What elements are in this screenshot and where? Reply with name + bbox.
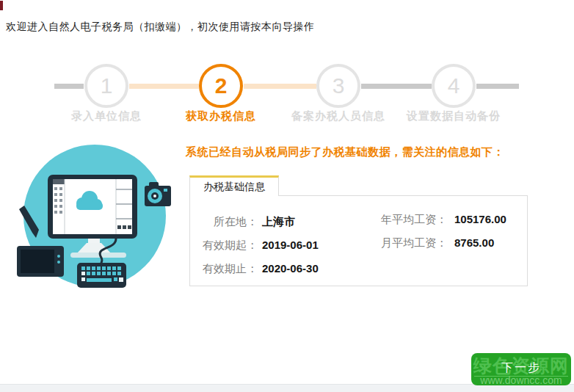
step-2-number: 2 bbox=[215, 73, 228, 98]
step-3-number: 3 bbox=[333, 73, 345, 98]
screenshot-artifact bbox=[0, 1, 3, 10]
tab-basic-tax-info[interactable]: 办税基础信息 bbox=[189, 175, 279, 196]
next-step-button-label: 下一步 bbox=[471, 360, 571, 376]
field-valid-from-value: 2019-06-01 bbox=[262, 239, 319, 251]
watermark-site-url: www.downcc.com bbox=[471, 374, 571, 385]
field-valid-from-label: 有效期起： bbox=[199, 239, 258, 253]
step-4-number: 4 bbox=[448, 73, 460, 98]
field-annual-avg-salary: 年平均工资： 105176.00 bbox=[377, 213, 506, 227]
step-2-label: 获取办税信息 bbox=[159, 109, 283, 123]
field-valid-to: 有效期止： 2020-06-30 bbox=[199, 262, 319, 276]
field-annual-avg-salary-value: 105176.00 bbox=[454, 213, 506, 225]
field-location-label: 所在地： bbox=[199, 215, 258, 229]
tab-label: 办税基础信息 bbox=[203, 181, 265, 194]
field-monthly-avg-salary-value: 8765.00 bbox=[454, 236, 494, 249]
field-monthly-avg-salary: 月平均工资： 8765.00 bbox=[377, 236, 494, 250]
stepper-line-1-2 bbox=[129, 84, 199, 89]
step-3-circle: 3 bbox=[316, 64, 360, 108]
step-4-label: 设置数据自动备份 bbox=[391, 109, 516, 123]
field-location: 所在地： 上海市 bbox=[199, 215, 295, 229]
step-2-circle: 2 bbox=[199, 64, 243, 108]
field-location-value: 上海市 bbox=[262, 215, 295, 229]
basic-tax-info-panel: 所在地： 上海市 有效期起： 2019-06-01 有效期止： 2020-06-… bbox=[189, 195, 528, 286]
stepper-line-2-3 bbox=[244, 84, 316, 89]
stepper-line-start bbox=[54, 84, 84, 89]
field-valid-to-label: 有效期止： bbox=[199, 262, 258, 276]
step-4-circle: 4 bbox=[432, 64, 476, 108]
field-annual-avg-salary-label: 年平均工资： bbox=[377, 213, 447, 227]
wizard-window: 欢迎进入自然人电子税务局（扣缴端），初次使用请按本向导操作 1 2 3 4 录入… bbox=[0, 0, 574, 392]
step-1-label: 录入单位信息 bbox=[44, 109, 169, 123]
step-3-label: 备案办税人员信息 bbox=[276, 109, 401, 123]
sync-message: 系统已经自动从税局同步了办税基础数据，需关注的信息如下： bbox=[186, 145, 504, 159]
field-valid-to-value: 2020-06-30 bbox=[262, 262, 319, 275]
step-1-circle: 1 bbox=[84, 64, 128, 108]
computer-illustration bbox=[6, 142, 176, 297]
stepper-line-end bbox=[476, 84, 519, 89]
step-1-number: 1 bbox=[101, 73, 113, 98]
stepper-line-3-4 bbox=[361, 84, 432, 89]
welcome-text: 欢迎进入自然人电子税务局（扣缴端），初次使用请按本向导操作 bbox=[6, 21, 315, 34]
next-step-button[interactable]: 绿色资源网 www.downcc.com 下一步 bbox=[471, 353, 571, 385]
field-valid-from: 有效期起： 2019-06-01 bbox=[199, 239, 319, 253]
field-monthly-avg-salary-label: 月平均工资： bbox=[377, 236, 447, 250]
